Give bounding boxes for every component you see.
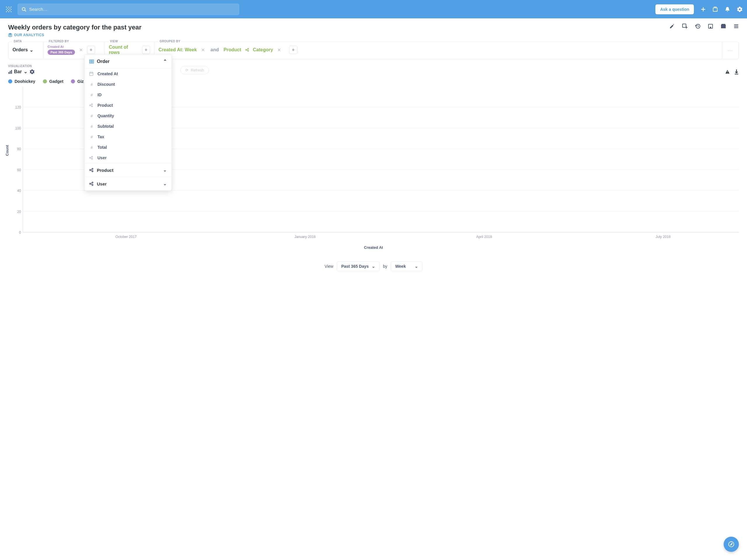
- ask-question-button[interactable]: Ask a question: [655, 4, 694, 14]
- svg-point-3: [7, 7, 8, 8]
- move-icon[interactable]: [708, 24, 713, 29]
- svg-point-45: [92, 156, 93, 157]
- add-aggregation-button[interactable]: +: [142, 46, 150, 54]
- dropdown-item[interactable]: #Discount: [85, 79, 172, 89]
- data-selector[interactable]: Orders ⌄: [12, 47, 33, 53]
- field-dropdown: Order ⌃ Created At#Discount#IDProduct#Qu…: [84, 54, 172, 191]
- dropdown-item[interactable]: User: [85, 153, 172, 163]
- collection-link[interactable]: OUR ANALYTICS: [8, 33, 141, 37]
- topbar-right: Ask a question: [655, 4, 742, 14]
- remove-group2-icon[interactable]: ✕: [276, 47, 282, 53]
- svg-point-11: [8, 11, 9, 12]
- dropdown-item[interactable]: #Subtotal: [85, 121, 172, 132]
- dropdown-group-product[interactable]: Product ⌄: [85, 163, 172, 177]
- dropdown-item[interactable]: #ID: [85, 89, 172, 100]
- svg-rect-35: [89, 72, 93, 76]
- field-type-icon: #: [89, 135, 94, 139]
- x-tick: April 2018: [476, 235, 492, 239]
- dropdown-group-user[interactable]: User ⌄: [85, 177, 172, 190]
- svg-line-43: [91, 106, 91, 106]
- svg-point-6: [8, 9, 9, 10]
- viz-selector[interactable]: Bar ⌄: [8, 69, 27, 74]
- svg-point-46: [92, 158, 93, 159]
- footer-view-label: View: [325, 264, 333, 269]
- viz-settings-icon[interactable]: [30, 70, 34, 74]
- dropdown-item[interactable]: #Quantity: [85, 110, 172, 121]
- content: Weekly orders by category for the past y…: [0, 18, 747, 283]
- svg-point-24: [710, 27, 711, 28]
- filter-value: Past 365 Days: [48, 50, 75, 55]
- svg-point-56: [92, 184, 93, 186]
- svg-rect-25: [721, 25, 726, 28]
- data-label: DATA: [12, 40, 23, 43]
- footer-by-label: by: [383, 264, 387, 269]
- field-type-icon: #: [89, 82, 94, 87]
- svg-rect-65: [10, 71, 11, 74]
- group2-product[interactable]: Product: [224, 47, 241, 53]
- group1[interactable]: Created At: Week: [158, 47, 197, 53]
- filter-chip[interactable]: Created At Past 365 Days: [48, 45, 75, 55]
- remove-filter-icon[interactable]: ✕: [78, 47, 84, 53]
- data-cell: DATA Orders ⌄: [8, 42, 44, 59]
- svg-point-50: [92, 168, 93, 169]
- svg-line-48: [91, 158, 91, 159]
- add-icon[interactable]: [701, 7, 705, 12]
- x-axis-title: Created At: [8, 245, 739, 250]
- footer-granularity-selector[interactable]: Week ⌄: [391, 261, 422, 271]
- filter-label: FILTERED BY: [48, 40, 70, 43]
- add-breakout-button[interactable]: +: [289, 46, 297, 54]
- legend-item[interactable]: Giz: [71, 79, 84, 84]
- dropdown-item-label: Product: [98, 103, 113, 108]
- svg-point-4: [10, 7, 10, 8]
- search-box[interactable]: [18, 3, 239, 15]
- chevron-down-icon: ⌄: [372, 264, 375, 269]
- warning-icon[interactable]: [725, 69, 730, 74]
- svg-point-2: [11, 6, 12, 7]
- field-type-icon: #: [89, 114, 94, 118]
- chevron-up-icon: ⌃: [163, 59, 167, 64]
- chevron-down-icon: ⌄: [163, 167, 167, 173]
- bell-icon[interactable]: [725, 7, 730, 12]
- field-type-icon: #: [89, 145, 94, 150]
- svg-point-41: [92, 106, 93, 107]
- topbar: Ask a question: [0, 0, 747, 18]
- archive-icon[interactable]: [721, 24, 726, 29]
- dropdown-item[interactable]: #Tax: [85, 132, 172, 142]
- query-more-icon[interactable]: ⋯: [722, 42, 739, 59]
- download-icon[interactable]: [734, 69, 739, 74]
- bar-chart-icon: [8, 70, 12, 74]
- footer-range-selector[interactable]: Past 365 Days ⌄: [337, 261, 379, 271]
- history-icon[interactable]: [695, 24, 700, 29]
- gear-icon[interactable]: [737, 7, 742, 12]
- legend-item[interactable]: Doohickey: [8, 79, 35, 84]
- search-input[interactable]: [29, 7, 235, 12]
- group2-category[interactable]: Category: [253, 47, 273, 53]
- y-tick: 120: [15, 105, 21, 109]
- svg-rect-19: [682, 24, 686, 27]
- collection-icon[interactable]: [713, 7, 718, 12]
- add-filter-button[interactable]: +: [87, 46, 95, 54]
- add-to-dashboard-icon[interactable]: [682, 24, 688, 29]
- svg-point-5: [6, 9, 7, 10]
- dropdown-item-label: ID: [98, 92, 102, 97]
- dropdown-item[interactable]: Product: [85, 100, 172, 110]
- viz-block: VISUALIZATION Bar ⌄: [8, 64, 34, 74]
- header-actions: [669, 24, 739, 29]
- svg-point-10: [6, 11, 7, 12]
- view-value[interactable]: Count of rows: [109, 45, 139, 55]
- app-logo[interactable]: [5, 5, 13, 14]
- field-type-icon: [89, 104, 94, 107]
- more-icon[interactable]: [733, 24, 739, 29]
- remove-group1-icon[interactable]: ✕: [200, 47, 206, 53]
- legend-item[interactable]: Gadget: [43, 79, 63, 84]
- refresh-button[interactable]: ⟳ Refresh: [180, 66, 209, 74]
- dropdown-item[interactable]: Created At: [85, 69, 172, 79]
- chevron-down-icon: ⌄: [163, 181, 167, 186]
- svg-line-47: [91, 157, 91, 158]
- grouped-cell: GROUPED BY Created At: Week ✕ and Produc…: [154, 42, 722, 59]
- dropdown-header[interactable]: Order ⌃: [85, 55, 172, 69]
- svg-point-49: [89, 169, 91, 170]
- pencil-icon[interactable]: [669, 24, 675, 29]
- dropdown-item[interactable]: #Total: [85, 142, 172, 153]
- header-row: Weekly orders by category for the past y…: [8, 24, 739, 37]
